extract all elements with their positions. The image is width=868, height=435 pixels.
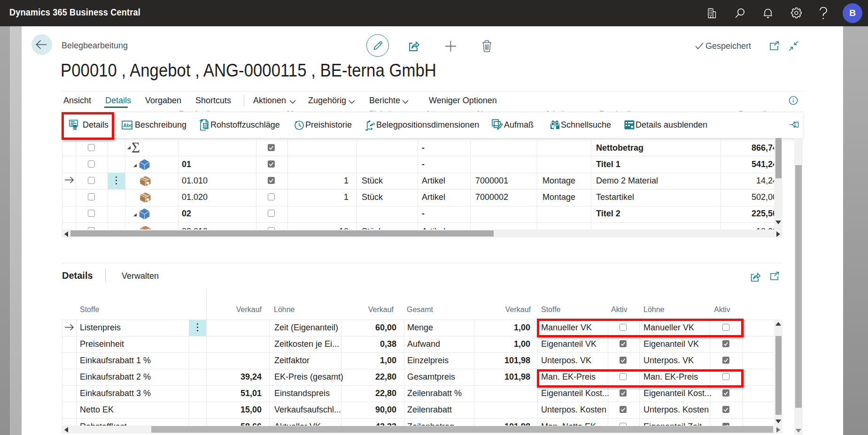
svg-text:Abc: Abc — [123, 122, 132, 128]
